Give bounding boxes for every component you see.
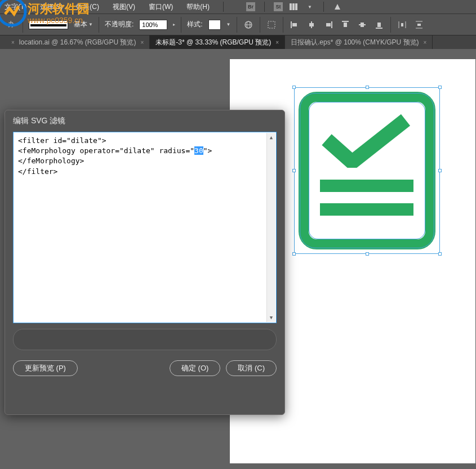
- artwork-checklist-icon[interactable]: [299, 92, 435, 249]
- separator: [323, 2, 324, 12]
- svg-rect-4: [292, 3, 295, 10]
- options-bar: 办 基本 ▼ 不透明度: ▸ 样式: ▼: [0, 14, 476, 35]
- style-label: 样式:: [187, 20, 202, 29]
- stepper-icon[interactable]: ▸: [173, 22, 175, 27]
- menu-help[interactable]: 帮助(H): [184, 1, 212, 13]
- align-hcenter-icon[interactable]: [306, 19, 317, 30]
- svg-filter-dialog: 编辑 SVG 滤镜 <filter id="dilate"> <feMorpho…: [5, 110, 285, 415]
- code-line: <feMorphology operator="dilate" radius=": [18, 146, 194, 155]
- scrollbar-vertical[interactable]: ▲ ▼: [266, 133, 275, 322]
- code-editor[interactable]: <filter id="dilate"> <feMorphology opera…: [13, 132, 277, 323]
- align-bottom-icon[interactable]: [373, 19, 385, 30]
- align-top-icon[interactable]: [340, 19, 351, 30]
- code-selection: 30: [194, 146, 203, 155]
- cancel-button[interactable]: 取消 (C): [226, 360, 277, 376]
- tab-close-icon[interactable]: ×: [11, 39, 15, 46]
- tab-close-icon[interactable]: ×: [275, 39, 279, 46]
- separator: [260, 17, 260, 33]
- chevron-down-icon[interactable]: ▼: [226, 22, 231, 27]
- chevron-down-icon[interactable]: ▼: [305, 2, 314, 11]
- align-right-icon[interactable]: [323, 19, 334, 30]
- separator: [223, 2, 224, 12]
- style-swatch[interactable]: [208, 20, 221, 30]
- stock-icon[interactable]: St: [274, 2, 283, 11]
- bridge-icon[interactable]: Br: [246, 2, 255, 11]
- svg-rect-19: [361, 23, 364, 27]
- tab-label: 未标题-3* @ 33.33% (RGB/GPU 预览): [155, 38, 271, 47]
- opacity-input[interactable]: [139, 20, 167, 30]
- svg-rect-17: [344, 23, 347, 27]
- tab-untitled3[interactable]: 未标题-3* @ 33.33% (RGB/GPU 预览) ×: [150, 35, 285, 49]
- tab-location[interactable]: × location.ai @ 16.67% (RGB/GPU 预览) ×: [6, 35, 150, 49]
- tab-close-icon[interactable]: ×: [424, 39, 427, 46]
- opacity-label: 不透明度:: [105, 20, 134, 29]
- preview-area: [13, 329, 277, 350]
- separator: [237, 17, 237, 33]
- ok-button[interactable]: 确定 (O): [170, 360, 220, 376]
- svg-rect-5: [295, 3, 297, 10]
- distribute-h-icon[interactable]: [397, 19, 408, 30]
- tab-label: location.ai @ 16.67% (RGB/GPU 预览): [19, 38, 136, 47]
- svg-rect-21: [377, 23, 381, 27]
- separator: [283, 17, 283, 33]
- svg-rect-11: [292, 23, 297, 26]
- tab-label: 日报确认.eps* @ 100% (CMYK/GPU 预览): [291, 38, 419, 47]
- svg-rect-27: [417, 24, 421, 26]
- menu-effect[interactable]: 效果(C): [74, 1, 101, 13]
- code-line: <filter id="dilate">: [18, 136, 106, 145]
- separator: [264, 2, 265, 12]
- distribute-v-icon[interactable]: [413, 19, 425, 30]
- svg-rect-3: [290, 3, 292, 10]
- update-preview-button[interactable]: 更新预览 (P): [13, 360, 78, 376]
- tab-report[interactable]: 日报确认.eps* @ 100% (CMYK/GPU 预览) ×: [285, 35, 433, 49]
- menu-bar: 文字(T) 选择(S) 效果(C) 视图(V) 窗口(W) 帮助(H) Br S…: [0, 0, 476, 14]
- anchor-icon[interactable]: 办: [6, 19, 17, 30]
- svg-rect-24: [401, 23, 403, 26]
- menu-window[interactable]: 窗口(W): [146, 1, 175, 13]
- stroke-style-dropdown[interactable]: 基本 ▼: [74, 20, 93, 29]
- align-left-icon[interactable]: [289, 19, 300, 30]
- menu-view[interactable]: 视图(V): [110, 1, 137, 13]
- separator: [390, 17, 391, 33]
- svg-rect-13: [309, 23, 314, 26]
- code-line: </filter>: [18, 167, 57, 176]
- tab-close-icon[interactable]: ×: [140, 39, 144, 46]
- globe-icon[interactable]: [243, 19, 254, 30]
- transform-icon[interactable]: [266, 19, 277, 30]
- separator: [23, 17, 23, 33]
- svg-rect-9: [268, 21, 275, 28]
- menu-select[interactable]: 选择(S): [38, 1, 65, 13]
- stroke-preview[interactable]: [29, 20, 68, 29]
- scroll-up-icon[interactable]: ▲: [267, 133, 275, 142]
- separator: [181, 17, 181, 33]
- scroll-down-icon[interactable]: ▼: [267, 313, 275, 322]
- align-vcenter-icon[interactable]: [357, 19, 368, 30]
- menu-text[interactable]: 文字(T): [2, 1, 29, 13]
- gpu-icon[interactable]: [333, 2, 342, 11]
- dialog-title: 编辑 SVG 滤镜: [5, 110, 284, 131]
- document-tabs: × location.ai @ 16.67% (RGB/GPU 预览) × 未标…: [0, 35, 476, 49]
- separator: [99, 17, 99, 33]
- arrange-icon[interactable]: [290, 2, 299, 11]
- svg-rect-15: [326, 23, 331, 26]
